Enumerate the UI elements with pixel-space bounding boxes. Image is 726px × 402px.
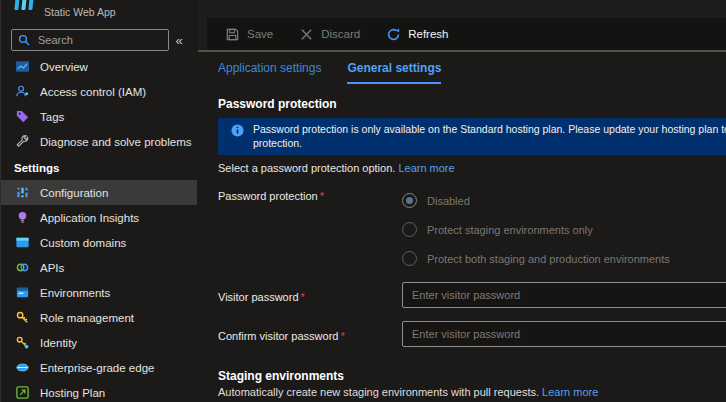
- sidebar-item-access-control[interactable]: Access control (IAM): [1, 79, 197, 104]
- azure-portal-window: Static Web App « Overview: [0, 0, 726, 402]
- sidebar-item-label: Enterprise-grade edge: [40, 362, 154, 374]
- role-management-icon: [15, 310, 30, 325]
- sidebar-item-custom-domains[interactable]: Custom domains: [1, 230, 197, 255]
- info-banner-line2: protection.: [253, 137, 726, 151]
- save-button[interactable]: Save: [225, 27, 273, 42]
- required-asterisk: *: [301, 291, 305, 303]
- info-banner: Password protection is only available on…: [218, 118, 726, 155]
- password-protection-field-row: Password protection* Disabled Protect st…: [218, 186, 726, 273]
- radio-option-protect-staging[interactable]: Protect staging environments only: [402, 215, 670, 244]
- sidebar-item-identity[interactable]: Identity: [1, 330, 197, 355]
- password-learn-more-link[interactable]: Learn more: [398, 162, 454, 174]
- sidebar-item-configuration[interactable]: Configuration: [1, 180, 197, 205]
- overview-icon: [15, 59, 30, 74]
- required-asterisk: *: [340, 330, 344, 342]
- identity-icon: [15, 335, 30, 350]
- sidebar-item-application-insights[interactable]: Application Insights: [1, 205, 197, 230]
- radio-button[interactable]: [402, 222, 417, 237]
- save-icon: [225, 27, 240, 42]
- radio-option-protect-both[interactable]: Protect both staging and production envi…: [402, 244, 670, 273]
- sidebar-item-label: Access control (IAM): [40, 86, 146, 98]
- settings-group-header: Settings: [1, 155, 197, 180]
- refresh-button-label: Refresh: [408, 28, 448, 40]
- confirm-visitor-password-label: Confirm visitor password*: [218, 326, 402, 342]
- radio-option-disabled[interactable]: Disabled: [402, 186, 670, 215]
- sidebar-item-tags[interactable]: Tags: [1, 104, 197, 129]
- intro-text: Select a password protection option.: [218, 162, 395, 174]
- required-asterisk: *: [320, 190, 324, 202]
- radio-option-label: Disabled: [427, 195, 470, 207]
- general-settings-content: Application settings General settings Pa…: [198, 52, 726, 402]
- resource-header: Static Web App: [1, 0, 197, 22]
- radio-button-checked[interactable]: [402, 193, 417, 208]
- resource-type-label: Static Web App: [44, 6, 116, 18]
- visitor-password-input[interactable]: [402, 282, 726, 308]
- sidebar-item-label: Custom domains: [40, 237, 126, 249]
- sidebar-item-hosting-plan[interactable]: Hosting Plan: [1, 380, 197, 402]
- environments-icon: [15, 285, 30, 300]
- configuration-icon: [15, 185, 30, 200]
- sidebar-item-apis[interactable]: APIs: [1, 255, 197, 280]
- sidebar-item-enterprise-grade-edge[interactable]: Enterprise-grade edge: [1, 355, 197, 380]
- sidebar-item-role-management[interactable]: Role management: [1, 305, 197, 330]
- tab-label: Application settings: [218, 61, 321, 75]
- password-option-intro: Select a password protection option. Lea…: [218, 162, 726, 174]
- sidebar-item-environments[interactable]: Environments: [1, 280, 197, 305]
- sidebar-item-label: Hosting Plan: [40, 387, 105, 399]
- radio-option-label: Protect staging environments only: [427, 224, 593, 236]
- sidebar-item-label: Diagnose and solve problems: [40, 136, 192, 148]
- radio-option-label: Protect both staging and production envi…: [427, 253, 670, 265]
- sidebar-item-diagnose[interactable]: Diagnose and solve problems: [1, 129, 197, 154]
- sidebar-search-box[interactable]: [11, 29, 169, 51]
- discard-icon: [299, 27, 314, 42]
- sidebar-search-row: «: [11, 29, 189, 51]
- staging-environments-description: Automatically create new staging environ…: [218, 386, 726, 398]
- confirm-visitor-password-input[interactable]: [402, 321, 726, 347]
- visitor-password-row: Visitor password*: [218, 282, 726, 308]
- sidebar-item-label: Application Insights: [40, 212, 139, 224]
- password-protection-heading: Password protection: [218, 97, 726, 111]
- staging-learn-more-link[interactable]: Learn more: [542, 386, 598, 398]
- diagnose-icon: [15, 134, 30, 149]
- confirm-visitor-password-row: Confirm visitor password*: [218, 321, 726, 347]
- apis-icon: [15, 260, 30, 275]
- tab-label: General settings: [347, 61, 441, 75]
- visitor-password-label: Visitor password*: [218, 287, 402, 303]
- sidebar-item-overview[interactable]: Overview: [1, 54, 197, 79]
- hosting-plan-icon: [15, 385, 30, 400]
- tab-general-settings[interactable]: General settings: [347, 61, 441, 84]
- save-button-label: Save: [247, 28, 273, 40]
- sidebar-item-label: Environments: [40, 287, 110, 299]
- sidebar-item-label: Identity: [40, 337, 77, 349]
- password-protection-radio-group: Disabled Protect staging environments on…: [402, 186, 670, 273]
- sidebar-item-label: Overview: [40, 61, 88, 73]
- radio-button[interactable]: [402, 251, 417, 266]
- sidebar-item-label: APIs: [40, 262, 64, 274]
- search-input[interactable]: [36, 33, 162, 47]
- password-protection-form: Password protection* Disabled Protect st…: [218, 186, 726, 402]
- refresh-icon: [386, 27, 401, 42]
- tags-icon: [15, 109, 30, 124]
- static-web-app-logo-icon: [14, 0, 36, 14]
- sidebar-item-label: Tags: [40, 111, 64, 123]
- password-protection-field-label: Password protection*: [218, 186, 402, 202]
- info-banner-message: Password protection is only available on…: [253, 123, 726, 150]
- tab-application-settings[interactable]: Application settings: [218, 61, 321, 84]
- main-pane: Save Discard Refresh Application: [198, 0, 726, 402]
- collapse-sidebar-button[interactable]: «: [169, 33, 189, 48]
- custom-domains-icon: [15, 235, 30, 250]
- command-bar: Save Discard Refresh: [207, 18, 726, 50]
- info-icon: [231, 124, 244, 137]
- info-banner-line1: Password protection is only available on…: [253, 123, 726, 137]
- resource-menu: Overview Access control (IAM) Tags: [1, 54, 197, 402]
- sidebar-item-label: Role management: [40, 312, 134, 324]
- enterprise-grade-edge-icon: [15, 360, 30, 375]
- resource-sidebar: Static Web App « Overview: [0, 0, 197, 402]
- application-insights-icon: [15, 210, 30, 225]
- search-icon: [18, 34, 30, 46]
- staging-environments-heading: Staging environments: [218, 369, 726, 383]
- access-control-icon: [15, 84, 30, 99]
- active-tab-underline: [347, 82, 441, 84]
- discard-button[interactable]: Discard: [299, 27, 360, 42]
- refresh-button[interactable]: Refresh: [386, 27, 448, 42]
